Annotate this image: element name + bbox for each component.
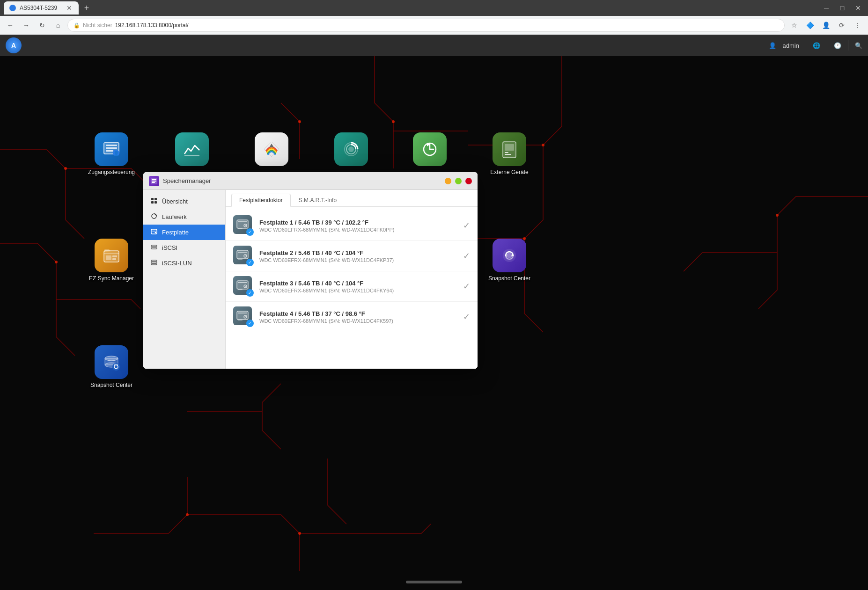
tab-bar: AS5304T-5239 ✕ + — [4, 1, 817, 15]
svg-rect-68 — [238, 282, 247, 283]
ubersicht-icon — [151, 197, 157, 205]
desktop-icon-externe-geraete[interactable]: Externe Geräte — [486, 132, 533, 175]
svg-rect-24 — [505, 144, 514, 151]
window-sidebar: Übersicht Laufwerk — [143, 190, 226, 369]
nas-logo-letter: A — [11, 42, 16, 49]
iscsi-lun-label: iSCSI-LUN — [162, 260, 192, 267]
sidebar-item-laufwerk[interactable]: Laufwerk — [143, 209, 225, 225]
svg-rect-46 — [151, 201, 154, 204]
snapshot-center-label: Snapshot Center — [90, 382, 132, 388]
toolbar-right: ☆ 🔷 👤 ⟳ ⋮ — [787, 19, 864, 32]
desktop-icon-snapshot-center[interactable]: Snapshot Center — [88, 345, 135, 388]
desktop-icon-ez-sync[interactable]: Snapshot Center — [486, 239, 533, 282]
svg-rect-52 — [151, 245, 157, 247]
svg-rect-72 — [237, 311, 248, 320]
tab-close-button[interactable]: ✕ — [66, 4, 73, 12]
speichermanager-window: Speichermanager — [143, 172, 478, 369]
disk4-info: Festplatte 4 / 5.46 TB / 37 °C / 98.6 °F… — [259, 310, 457, 324]
extension-icon[interactable]: 🔷 — [803, 19, 817, 32]
desktop-icon-speichermanager[interactable] — [169, 132, 215, 169]
window-maximize-ctrl[interactable] — [455, 178, 462, 184]
svg-rect-61 — [238, 228, 243, 229]
svg-point-65 — [245, 255, 246, 256]
disk-item-4[interactable]: ✓ Festplatte 4 / 5.46 TB / 37 °C / 98.6 … — [226, 302, 478, 332]
tab-smart-info-label: S.M.A.R.T.-Info — [299, 197, 337, 204]
speichermanager-dock-icon — [175, 132, 209, 166]
window-titlebar: Speichermanager — [143, 172, 478, 190]
disk-item-1[interactable]: ✓ Festplatte 1 / 5.46 TB / 39 °C / 102.2… — [226, 211, 478, 241]
svg-rect-71 — [238, 289, 243, 290]
disk2-info: Festplatte 2 / 5.46 TB / 40 °C / 104 °F … — [259, 249, 457, 263]
menu-icon[interactable]: ⋮ — [851, 19, 864, 32]
disk2-model: WDC WD60EFRX-68MYMN1 (S/N: WD-WX11DC4FKP… — [259, 257, 457, 263]
window-title-icon — [149, 176, 159, 186]
svg-text:👤: 👤 — [113, 150, 119, 156]
desktop-icon-storage-monitor[interactable] — [328, 132, 375, 169]
desktop-icon-snapshot-dock[interactable] — [406, 132, 453, 169]
svg-rect-62 — [237, 250, 248, 259]
desktop-bottom-bar — [406, 581, 462, 583]
address-bar[interactable]: 🔒 Nicht sicher 192.168.178.133:8000/port… — [67, 19, 785, 32]
disk3-status-badge: ✓ — [246, 289, 254, 297]
active-tab[interactable]: AS5304T-5239 ✕ — [4, 1, 79, 15]
externe-geraete-label: Externe Geräte — [490, 169, 528, 175]
zugangssteuerung-icon: 👤 — [95, 132, 128, 166]
reload-button[interactable]: ↻ — [36, 19, 49, 32]
sync-icon[interactable]: ⟳ — [835, 19, 848, 32]
divider3 — [848, 40, 848, 51]
desktop-icon-archiware[interactable] — [248, 132, 295, 169]
svg-point-70 — [245, 286, 246, 287]
svg-point-5 — [542, 144, 544, 146]
laufwerk-icon — [151, 213, 157, 221]
disk2-icon-wrap: ✓ — [233, 246, 254, 266]
clock-icon: 🕐 — [834, 42, 841, 49]
svg-rect-26 — [505, 154, 511, 155]
svg-rect-41 — [152, 179, 156, 180]
sidebar-item-ubersicht[interactable]: Übersicht — [143, 194, 225, 209]
disk4-check: ✓ — [463, 312, 470, 322]
iscsi-icon — [151, 244, 157, 252]
username: admin — [783, 42, 799, 49]
svg-rect-49 — [151, 229, 157, 234]
disk1-name: Festplatte 1 / 5.46 TB / 39 °C / 102.2 °… — [259, 219, 457, 226]
nas-topbar: A 👤 admin 🌐 🕐 🔍 — [0, 35, 868, 56]
svg-point-33 — [507, 253, 512, 258]
bookmark-icon[interactable]: ☆ — [787, 19, 801, 32]
main-tabs: Festplattendoktor S.M.A.R.T.-Info — [226, 190, 478, 207]
back-button[interactable]: ← — [4, 19, 17, 32]
profile-icon[interactable]: 👤 — [819, 19, 832, 32]
desktop-icon-dateiexplorer[interactable]: EZ Sync Manager — [88, 239, 135, 282]
disk-item-3[interactable]: ✓ Festplatte 3 / 5.46 TB / 40 °C / 104 °… — [226, 271, 478, 302]
secure-label: Nicht sicher — [83, 22, 112, 29]
sidebar-item-festplatte[interactable]: Festplatte — [143, 225, 225, 240]
disk-item-2[interactable]: ✓ Festplatte 2 / 5.46 TB / 40 °C / 104 °… — [226, 241, 478, 271]
svg-rect-55 — [151, 262, 157, 263]
svg-rect-13 — [106, 145, 117, 146]
sidebar-item-iscsi-lun[interactable]: iSCSI-LUN — [143, 255, 225, 271]
home-button[interactable]: ⌂ — [51, 19, 65, 32]
festplatte-label: Festplatte — [162, 229, 189, 236]
disk1-status-badge: ✓ — [246, 228, 254, 236]
forward-button[interactable]: → — [20, 19, 33, 32]
window-body: Übersicht Laufwerk — [143, 190, 478, 369]
svg-rect-63 — [238, 252, 247, 253]
svg-point-10 — [186, 513, 189, 516]
desktop-icon-zugangssteuerung[interactable]: 👤 Zugangssteuerung — [88, 132, 135, 175]
svg-rect-43 — [152, 182, 155, 183]
sidebar-item-iscsi[interactable]: iSCSI — [143, 240, 225, 255]
tab-smart-info[interactable]: S.M.A.R.T.-Info — [291, 194, 345, 207]
svg-rect-14 — [106, 147, 117, 149]
tab-favicon — [9, 5, 16, 11]
svg-rect-39 — [114, 364, 118, 365]
svg-point-11 — [298, 532, 301, 535]
globe-icon: 🌐 — [813, 42, 820, 49]
new-tab-button[interactable]: + — [81, 2, 93, 14]
window-maximize-button[interactable]: □ — [836, 2, 848, 14]
window-minimize-ctrl[interactable] — [445, 178, 451, 184]
window-minimize-button[interactable]: ─ — [820, 2, 832, 14]
tab-festplattendoktor[interactable]: Festplattendoktor — [231, 194, 291, 207]
user-icon: 👤 — [769, 42, 776, 49]
window-close-ctrl[interactable] — [465, 178, 472, 184]
window-close-button[interactable]: ✕ — [852, 2, 864, 14]
search-icon[interactable]: 🔍 — [855, 42, 862, 49]
